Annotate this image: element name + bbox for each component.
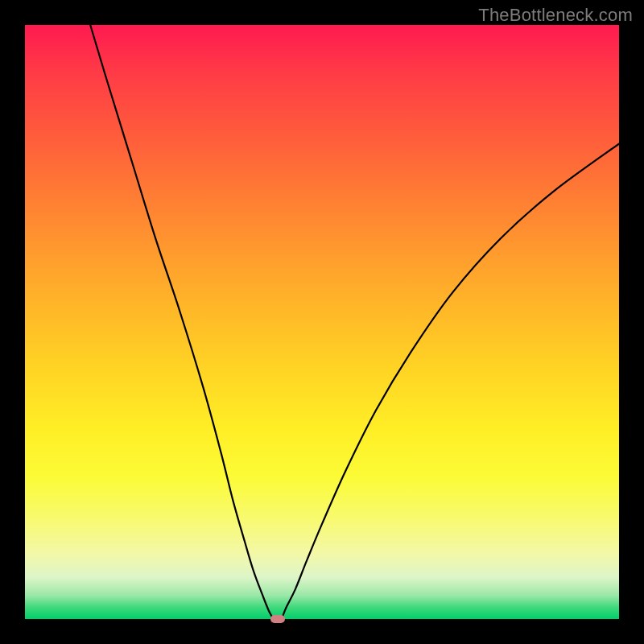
watermark-text: TheBottleneck.com — [478, 5, 633, 26]
minimum-marker — [270, 615, 285, 623]
plot-gradient-background — [25, 25, 619, 619]
chart-frame: TheBottleneck.com — [0, 0, 644, 644]
